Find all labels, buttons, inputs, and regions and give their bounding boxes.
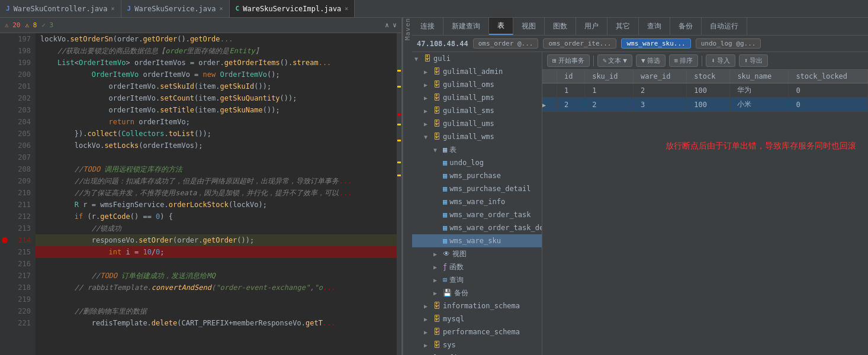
code-line-221: redisTemplate.delete(CART_PREFIX+memberR…	[36, 317, 397, 329]
code-line-198: //获取出要锁定的商品数据信息【order里面存储的是Entity】	[36, 45, 397, 57]
code-line-217: //TODO 订单创建成功，发送消息给MQ	[36, 270, 397, 282]
col-header-ware-id[interactable]: ware_id	[633, 70, 686, 83]
tree-gulimall-pms[interactable]: ▶ 🗄 gulimall_pms	[412, 91, 542, 104]
tree-arrow: ▼	[424, 134, 431, 140]
tree-mysql[interactable]: ▶ 🗄 mysql	[412, 312, 542, 325]
table-row[interactable]: ▶ 2 2 3 100 小米 0	[542, 98, 868, 112]
col-header-stock[interactable]: stock	[687, 70, 730, 83]
db-tab-table[interactable]: 表	[489, 18, 513, 35]
table-row[interactable]: 1 1 2 100 华为 0	[542, 83, 868, 98]
tree-arrow: ▶	[424, 303, 431, 309]
nav-arrows[interactable]: ∧ ∨	[385, 21, 397, 29]
tree-wms-purchase[interactable]: ▦ wms_purchase	[412, 169, 542, 182]
db-icon: 🗄	[433, 93, 441, 102]
tree-arrow: ▶	[433, 290, 441, 296]
obj-tab-oms-order[interactable]: oms_order @...	[473, 38, 539, 49]
marker-warn4	[397, 140, 401, 141]
obj-tab-wms-ware-sku[interactable]: wms_ware_sku...	[621, 38, 690, 49]
sep2	[702, 56, 702, 66]
btn-label: 导出	[750, 56, 763, 65]
tree-guli[interactable]: ▼ 🗄 guli	[412, 52, 542, 65]
tree-folder-backup[interactable]: ▶ 💾 备份	[412, 286, 542, 299]
gutter-line	[0, 199, 9, 211]
db-icon: 🗄	[433, 80, 441, 89]
tree-folder-view[interactable]: ▶ 👁 视图	[412, 247, 542, 260]
marker-warn5	[397, 162, 401, 163]
tree-wms-ware-sku[interactable]: ▦ wms_ware_sku	[412, 234, 542, 247]
tab-close[interactable]: ×	[345, 5, 348, 12]
gutter-line	[0, 270, 9, 282]
cell-ware-id: 3	[633, 98, 686, 112]
db-tab-autorun[interactable]: 自动运行	[702, 18, 747, 35]
db-icon: 🗄	[424, 54, 431, 63]
tree-information-schema[interactable]: ▶ 🗄 information_schema	[412, 299, 542, 312]
tree-label: gulimall_wms	[443, 133, 494, 141]
gutter-line	[0, 282, 9, 293]
btn-start-transaction[interactable]: ⊞ 开始事务	[547, 54, 590, 67]
tree-label: information_schema	[443, 302, 520, 310]
code-line-205: }).collect(Collectors.toList());	[36, 128, 397, 140]
obj-tab-oms-order-ite[interactable]: oms_order_ite...	[543, 38, 616, 49]
tab-close[interactable]: ×	[220, 5, 223, 12]
db-tab-newquery[interactable]: 新建查询	[443, 18, 489, 35]
scroll-markers[interactable]	[397, 33, 401, 355]
col-header-sku-name[interactable]: sku_name	[730, 70, 789, 83]
tree-localhost[interactable]: ▶ 🖥 localhost_3306	[412, 351, 542, 355]
code-lines[interactable]: lockVo.setOrderSn(order.getOrder().getOr…	[36, 33, 397, 355]
db-tab-other[interactable]: 其它	[607, 18, 639, 35]
code-line-212: if (r.getCode() == 0) {	[36, 211, 397, 222]
db-tab-graph[interactable]: 图数	[545, 18, 576, 35]
btn-sort[interactable]: ≡ 排序	[669, 54, 699, 67]
db-tabs: 连接 新建查询 表 视图 图数 用户 其它 查询 备份 自动运行	[412, 18, 868, 36]
tree-gulimall-oms[interactable]: ▶ 🗄 gulimall_oms	[412, 78, 542, 91]
tree-sys[interactable]: ▶ 🗄 sys	[412, 338, 542, 351]
btn-label: 导入	[717, 56, 730, 65]
tab-close[interactable]: ×	[111, 5, 115, 12]
db-icon: 🗄	[433, 133, 441, 141]
java-icon: J	[6, 5, 10, 12]
db-tab-view[interactable]: 视图	[513, 18, 545, 35]
tree-wms-ware-order-task[interactable]: ▦ wms_ware_order_task	[412, 208, 542, 221]
tree-undo-log[interactable]: ▦ undo_log	[412, 156, 542, 169]
tree-wms-ware-info[interactable]: ▦ wms_ware_info	[412, 195, 542, 208]
tree-panel[interactable]: ▼ 🗄 guli ▶ 🗄 gulimall_admin ▶ 🗄 gulimall…	[412, 52, 542, 355]
tab-wareskuserviceimpl[interactable]: C WareSkuServiceImpl.java ×	[230, 0, 355, 17]
tree-performance-schema[interactable]: ▶ 🗄 performance_schema	[412, 325, 542, 338]
tree-folder-query[interactable]: ▶ ⊞ 查询	[412, 273, 542, 286]
cell-stock-locked: 0	[789, 98, 868, 112]
db-tab-connection[interactable]: 连接	[412, 18, 443, 35]
tree-wms-ware-order-task-det[interactable]: ▦ wms_ware_order_task_det	[412, 221, 542, 234]
cell-sku-name: 华为	[730, 83, 789, 98]
gutter-line	[0, 128, 9, 140]
col-header-sku-id[interactable]: sku_id	[585, 70, 634, 83]
col-header-id[interactable]: id	[557, 70, 585, 83]
tree-label: undo_log	[449, 159, 484, 167]
tab-wareskucontroller[interactable]: J WareSkuController.java ×	[0, 0, 121, 17]
tree-gulimall-wms[interactable]: ▼ 🗄 gulimall_wms	[412, 130, 542, 143]
table-icon: ▦	[443, 224, 447, 232]
btn-filter[interactable]: ▼ 筛选	[636, 54, 666, 67]
tree-folder-func[interactable]: ▶ ƒ 函数	[412, 260, 542, 273]
table-icon: ▦	[443, 211, 447, 219]
tree-wms-purchase-detail[interactable]: ▦ wms_purchase_detail	[412, 182, 542, 195]
tree-gulimall-ums[interactable]: ▶ 🗄 gulimall_ums	[412, 117, 542, 130]
tab-wareskuservice[interactable]: J WareSkuService.java ×	[121, 0, 230, 17]
obj-tab-undo-log[interactable]: undo_log @g...	[696, 38, 761, 49]
line-num-211: 211	[12, 199, 33, 211]
tree-gulimall-admin[interactable]: ▶ 🗄 gulimall_admin	[412, 65, 542, 78]
col-header-stock-locked[interactable]: stock_locked	[789, 70, 868, 83]
line-num-200: 200	[12, 69, 33, 80]
tree-gulimall-sms[interactable]: ▶ 🗄 gulimall_sms	[412, 104, 542, 117]
c-icon: C	[236, 5, 240, 12]
btn-export[interactable]: ⬆ 导出	[739, 54, 769, 67]
gutter-line	[0, 69, 9, 80]
tree-label: wms_ware_info	[449, 198, 505, 206]
db-tab-query[interactable]: 查询	[639, 18, 670, 35]
code-line-209: //出现的问题：扣减库存成功了，但是由于网络原因超时，出现异常，导致订单事务..…	[36, 175, 397, 187]
maven-sidebar[interactable]: Maven	[403, 18, 412, 355]
db-tab-user[interactable]: 用户	[576, 18, 607, 35]
btn-import[interactable]: ⬇ 导入	[706, 54, 735, 67]
btn-text[interactable]: ✎ 文本 ▼	[597, 54, 632, 67]
db-tab-backup[interactable]: 备份	[670, 18, 702, 35]
tree-folder-table[interactable]: ▼ ▦ 表	[412, 143, 542, 156]
